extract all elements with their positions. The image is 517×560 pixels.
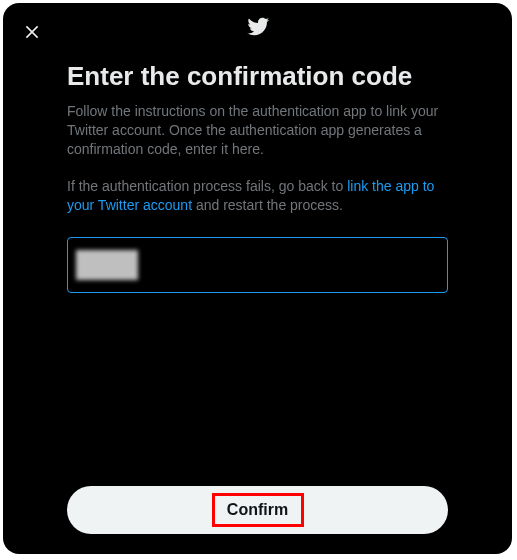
confirmation-code-field[interactable] [67, 237, 448, 293]
close-icon [22, 22, 42, 42]
description-text: Follow the instructions on the authentic… [67, 102, 448, 159]
redacted-overlay [76, 250, 138, 280]
confirm-button-label: Confirm [227, 501, 288, 519]
logo-container [67, 15, 448, 38]
page-title: Enter the confirmation code [67, 60, 448, 92]
description-text-2: If the authentication process fails, go … [67, 177, 448, 215]
close-button[interactable] [15, 15, 49, 49]
confirmation-modal: Enter the confirmation code Follow the i… [3, 3, 512, 554]
desc2-suffix: and restart the process. [192, 197, 343, 213]
desc2-prefix: If the authentication process fails, go … [67, 178, 347, 194]
twitter-bird-icon [244, 15, 272, 38]
confirm-button[interactable]: Confirm [67, 486, 448, 534]
